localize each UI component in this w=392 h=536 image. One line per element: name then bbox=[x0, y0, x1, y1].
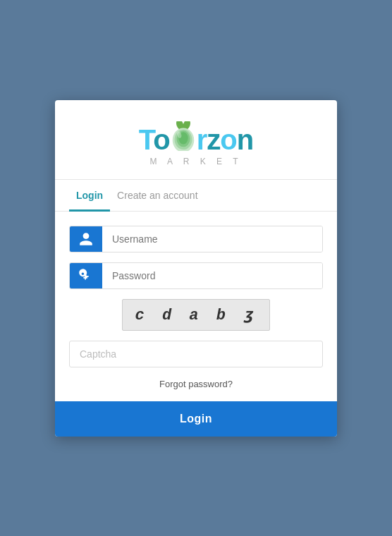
form-area: c d a b ʒ Forgot password? bbox=[55, 212, 337, 390]
tab-login[interactable]: Login bbox=[69, 180, 110, 212]
captcha-text: c d a b ʒ bbox=[122, 299, 271, 331]
login-button[interactable]: Login bbox=[55, 401, 337, 437]
tab-register[interactable]: Create an account bbox=[110, 180, 204, 212]
tabs: Login Create an account bbox=[55, 180, 337, 212]
username-input-group bbox=[69, 226, 323, 252]
logo-row: To rzon bbox=[139, 120, 253, 154]
password-input-group bbox=[69, 262, 323, 289]
forgot-password-link[interactable]: Forgot password? bbox=[69, 377, 323, 390]
user-icon bbox=[70, 226, 102, 252]
forgot-password-anchor[interactable]: Forgot password? bbox=[159, 379, 233, 389]
logo-text: To rzon bbox=[139, 120, 253, 154]
logo-onion-icon bbox=[170, 121, 197, 151]
logo-area: To rzon M A R K E T bbox=[55, 100, 337, 180]
login-card: To rzon M A R K E T Login Create an acco… bbox=[55, 100, 337, 437]
captcha-image: c d a b ʒ bbox=[69, 299, 323, 331]
key-icon bbox=[70, 263, 102, 288]
username-input[interactable] bbox=[102, 226, 322, 252]
password-input[interactable] bbox=[102, 263, 322, 288]
captcha-input[interactable] bbox=[69, 341, 323, 367]
logo-subtitle: M A R K E T bbox=[149, 157, 242, 166]
